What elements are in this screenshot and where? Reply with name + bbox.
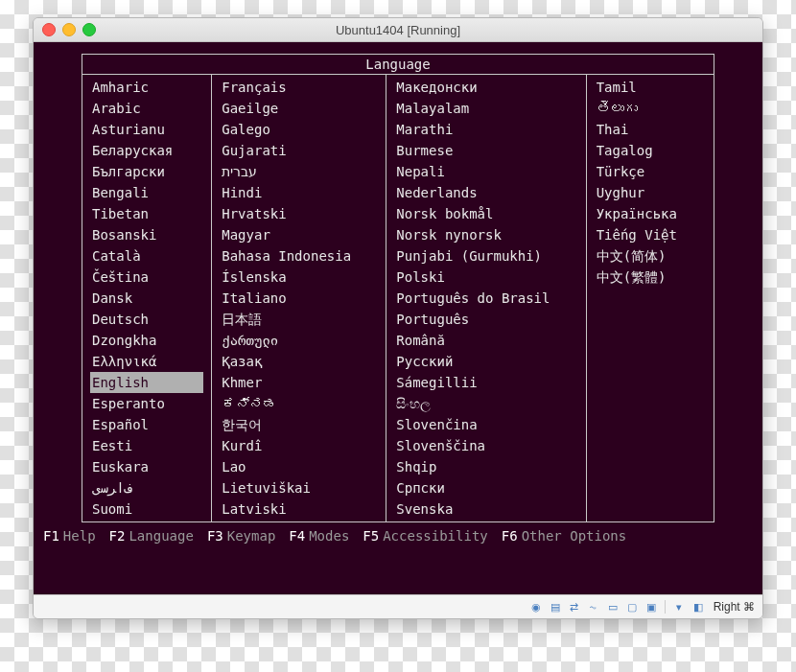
network-icon[interactable]: ⇄ (567, 599, 582, 614)
mouse-icon[interactable]: ▾ (671, 599, 687, 614)
language-option[interactable]: Українська (597, 203, 704, 224)
usb-icon[interactable]: ⏦ (586, 599, 601, 614)
language-option[interactable]: Català (92, 245, 201, 266)
language-option[interactable]: Polski (396, 266, 575, 288)
language-option[interactable]: Tamil (597, 77, 704, 98)
language-option[interactable]: Euskara (92, 456, 201, 477)
language-option[interactable]: Kurdî (222, 435, 376, 456)
language-option[interactable]: Ελληνικά (92, 351, 201, 372)
language-grid: AmharicArabicAsturianuБеларускаяБългарск… (82, 74, 714, 522)
language-option[interactable]: Bahasa Indonesia (222, 245, 376, 266)
fkey-text: Keymap (227, 528, 276, 544)
language-option[interactable]: Marathi (396, 119, 575, 140)
language-option[interactable]: Română (396, 330, 575, 351)
fkey-f4[interactable]: F4Modes (289, 528, 349, 544)
fkey-f3[interactable]: F3Keymap (207, 528, 275, 544)
language-option[interactable]: 日本語 (222, 309, 376, 330)
language-option[interactable]: 中文(繁體) (597, 266, 704, 288)
language-option[interactable]: 한국어 (222, 414, 376, 435)
language-option[interactable]: Asturianu (92, 119, 201, 140)
language-option[interactable]: Svenska (396, 498, 575, 520)
language-option[interactable]: Galego (222, 119, 376, 140)
language-option[interactable]: Norsk bokmål (396, 203, 575, 224)
language-option[interactable]: Latviski (222, 498, 376, 520)
language-option[interactable]: Nederlands (396, 182, 575, 203)
language-option[interactable]: Čeština (92, 266, 201, 288)
language-option[interactable]: Português do Brasil (396, 288, 575, 309)
language-option[interactable]: English (90, 372, 203, 393)
language-option[interactable]: සිංහල (396, 393, 575, 414)
language-option[interactable]: Eesti (92, 435, 201, 456)
language-option[interactable]: Tiếng Việt (597, 224, 704, 245)
language-option[interactable]: Italiano (222, 288, 376, 309)
language-option[interactable]: Slovenščina (396, 435, 575, 456)
language-option[interactable]: Hindi (222, 182, 376, 203)
language-option[interactable]: Қазақ (222, 351, 376, 372)
zoom-icon[interactable] (82, 23, 96, 36)
language-option[interactable]: עברית (222, 161, 376, 182)
video-icon[interactable]: ▣ (644, 599, 659, 614)
keyboard-icon[interactable]: ◧ (691, 599, 706, 614)
language-column: МакедонскиMalayalamMarathiBurmeseNepaliN… (386, 75, 586, 521)
language-option[interactable]: Македонски (396, 77, 575, 98)
language-option[interactable]: Uyghur (597, 182, 704, 203)
language-option[interactable]: Беларуская (92, 140, 201, 161)
fkey-key: F6 (502, 528, 518, 544)
language-option[interactable]: Nepali (396, 161, 575, 182)
language-option[interactable]: Lao (222, 456, 376, 477)
language-option[interactable]: Punjabi (Gurmukhi) (396, 245, 575, 266)
minimize-icon[interactable] (62, 23, 76, 36)
language-option[interactable]: Norsk nynorsk (396, 224, 575, 245)
language-option[interactable]: Bengali (92, 182, 201, 203)
fkey-f1[interactable]: F1Help (43, 528, 96, 544)
language-option[interactable]: Suomi (92, 498, 201, 520)
language-option[interactable]: Русский (396, 351, 575, 372)
language-option[interactable]: Hrvatski (222, 203, 376, 224)
language-option[interactable]: Deutsch (92, 309, 201, 330)
language-option[interactable]: Dansk (92, 288, 201, 309)
language-option[interactable]: Burmese (396, 140, 575, 161)
fkey-f5[interactable]: F5Accessibility (363, 528, 487, 544)
vm-window: Ubuntu1404 [Running] Language AmharicAra… (33, 17, 763, 619)
fkey-bar: F1HelpF2LanguageF3KeymapF4ModesF5Accessi… (34, 522, 762, 547)
language-option[interactable]: Français (222, 77, 376, 98)
language-option[interactable]: Khmer (222, 372, 376, 393)
language-option[interactable]: ქართული (222, 330, 376, 351)
language-option[interactable]: ಕನ್ನಡ (222, 393, 376, 414)
language-option[interactable]: Shqip (396, 456, 575, 477)
language-option[interactable]: Српски (396, 477, 575, 498)
language-option[interactable]: Português (396, 309, 575, 330)
language-option[interactable]: Gaeilge (222, 98, 376, 119)
language-option[interactable]: Sámegillii (396, 372, 575, 393)
fkey-f6[interactable]: F6Other Options (502, 528, 626, 544)
shared-folder-icon[interactable]: ▭ (605, 599, 620, 614)
close-icon[interactable] (42, 23, 56, 36)
language-option[interactable]: Amharic (92, 77, 201, 98)
language-option[interactable]: Bosanski (92, 224, 201, 245)
language-option[interactable]: ﻑﺍﺮﺳی (92, 477, 201, 498)
language-option[interactable]: Español (92, 414, 201, 435)
fkey-text: Help (63, 528, 96, 544)
language-option[interactable]: Arabic (92, 98, 201, 119)
language-option[interactable]: 中文(简体) (597, 245, 704, 266)
language-option[interactable]: Esperanto (92, 393, 201, 414)
language-option[interactable]: Malayalam (396, 98, 575, 119)
language-option[interactable]: తెలుగు (597, 98, 704, 119)
language-option[interactable]: Thai (597, 119, 704, 140)
language-option[interactable]: Lietuviškai (222, 477, 376, 498)
language-option[interactable]: Gujarati (222, 140, 376, 161)
titlebar: Ubuntu1404 [Running] (34, 18, 762, 42)
fkey-key: F5 (363, 528, 379, 544)
language-option[interactable]: Magyar (222, 224, 376, 245)
language-option[interactable]: Íslenska (222, 266, 376, 288)
language-option[interactable]: Български (92, 161, 201, 182)
display-icon[interactable]: ▢ (624, 599, 640, 614)
language-option[interactable]: Türkçe (597, 161, 704, 182)
language-option[interactable]: Slovenčina (396, 414, 575, 435)
disc-icon[interactable]: ◉ (528, 599, 544, 614)
hdd-icon[interactable]: ▤ (548, 599, 563, 614)
fkey-f2[interactable]: F2Language (109, 528, 194, 544)
language-option[interactable]: Tagalog (597, 140, 704, 161)
language-option[interactable]: Tibetan (92, 203, 201, 224)
language-option[interactable]: Dzongkha (92, 330, 201, 351)
